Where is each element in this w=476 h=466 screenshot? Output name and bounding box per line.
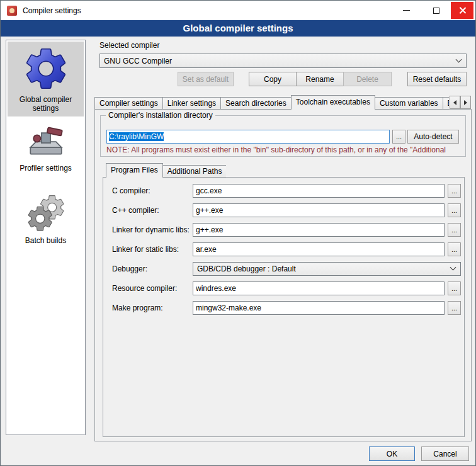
debugger-label: Debugger: bbox=[112, 262, 147, 276]
ok-button[interactable]: OK bbox=[369, 446, 415, 461]
tab-scroll-left-button[interactable] bbox=[450, 96, 460, 109]
auto-detect-button[interactable]: Auto-detect bbox=[407, 130, 459, 144]
window-controls bbox=[392, 1, 475, 20]
install-dir-input[interactable]: C:\raylib\MinGW bbox=[106, 130, 390, 144]
install-dir-browse-button[interactable]: ... bbox=[392, 130, 405, 144]
cpp-compiler-label: C++ compiler: bbox=[112, 203, 159, 217]
close-icon bbox=[458, 6, 467, 14]
compiler-settings-dialog: Compiler settings Global compiler settin… bbox=[0, 0, 476, 466]
installation-directory-group-title: Compiler's installation directory bbox=[106, 111, 215, 120]
dynamic-linker-label: Linker for dynamic libs: bbox=[112, 223, 190, 237]
minimize-button[interactable] bbox=[392, 1, 421, 20]
program-files-panel: C compiler: ... C++ compiler: ... Linker… bbox=[103, 177, 465, 437]
make-program-input[interactable] bbox=[193, 301, 445, 315]
dynamic-linker-input[interactable] bbox=[193, 223, 445, 237]
reset-defaults-button[interactable]: Reset defaults bbox=[407, 72, 467, 86]
sidebar-item-global-compiler-settings[interactable]: Global compiler settings bbox=[8, 42, 84, 116]
make-program-browse-button[interactable]: ... bbox=[448, 301, 461, 315]
scroll-left-icon bbox=[453, 100, 456, 105]
set-as-default-button: Set as default bbox=[178, 72, 234, 86]
scroll-right-icon bbox=[464, 100, 467, 105]
selected-compiler-label: Selected compiler bbox=[99, 41, 159, 50]
tab-build-options[interactable]: Buil bbox=[443, 97, 449, 110]
c-compiler-label: C compiler: bbox=[112, 184, 150, 198]
toolchain-executables-panel: Compiler's installation directory C:\ray… bbox=[94, 109, 472, 441]
installation-directory-groupbox: Compiler's installation directory C:\ray… bbox=[100, 115, 466, 157]
resource-compiler-input[interactable] bbox=[193, 281, 445, 295]
tab-toolchain-executables[interactable]: Toolchain executables bbox=[291, 95, 375, 110]
window-title: Compiler settings bbox=[23, 6, 81, 15]
blue-gear-icon bbox=[21, 44, 71, 93]
dynamic-linker-browse-button[interactable]: ... bbox=[448, 223, 461, 237]
static-linker-label: Linker for static libs: bbox=[112, 242, 179, 256]
field-row-dynamic-linker: Linker for dynamic libs: ... bbox=[103, 223, 464, 237]
make-program-label: Make program: bbox=[112, 301, 163, 315]
resource-compiler-label: Resource compiler: bbox=[112, 281, 177, 295]
field-row-debugger: Debugger: GDB/CDB debugger : Default bbox=[103, 262, 464, 276]
cpp-compiler-browse-button[interactable]: ... bbox=[448, 203, 461, 217]
static-linker-browse-button[interactable]: ... bbox=[448, 242, 461, 256]
subtab-additional-paths[interactable]: Additional Paths bbox=[162, 165, 227, 178]
chevron-down-icon bbox=[456, 56, 462, 62]
field-row-c-compiler: C compiler: ... bbox=[103, 184, 464, 198]
gray-gears-icon bbox=[24, 193, 68, 234]
titlebar: Compiler settings bbox=[1, 1, 475, 20]
compiler-select-value: GNU GCC Compiler bbox=[104, 57, 172, 65]
cpp-compiler-input[interactable] bbox=[193, 203, 445, 217]
tab-compiler-settings[interactable]: Compiler settings bbox=[94, 97, 163, 110]
tab-search-directories[interactable]: Search directories bbox=[220, 97, 292, 110]
settings-category-sidebar: Global compiler settings Profiler settin… bbox=[6, 40, 86, 435]
sidebar-item-label: Profiler settings bbox=[20, 164, 72, 173]
resource-compiler-browse-button[interactable]: ... bbox=[448, 281, 461, 295]
debugger-select[interactable]: GDB/CDB debugger : Default bbox=[193, 262, 461, 276]
rename-button[interactable]: Rename bbox=[296, 72, 344, 86]
sidebar-item-label: Batch builds bbox=[25, 236, 66, 245]
install-dir-value: C:\raylib\MinGW bbox=[109, 132, 164, 141]
sidebar-item-batch-builds[interactable]: Batch builds bbox=[8, 176, 84, 249]
field-row-static-linker: Linker for static libs: ... bbox=[103, 242, 464, 256]
program-files-tab-strip: Program Files Additional Paths bbox=[106, 163, 226, 178]
field-row-make-program: Make program: ... bbox=[103, 301, 464, 315]
settings-tab-strip: Compiler settings Linker settings Search… bbox=[94, 95, 449, 110]
chevron-down-icon bbox=[450, 264, 456, 271]
page-title: Global compiler settings bbox=[1, 20, 475, 37]
delete-button: Delete bbox=[343, 72, 392, 86]
maximize-icon bbox=[433, 8, 439, 14]
static-linker-input[interactable] bbox=[193, 242, 445, 256]
field-row-resource-compiler: Resource compiler: ... bbox=[103, 281, 464, 295]
tab-scroll-right-button[interactable] bbox=[460, 96, 471, 109]
tab-custom-variables[interactable]: Custom variables bbox=[375, 97, 443, 110]
c-compiler-input[interactable] bbox=[193, 184, 445, 198]
sidebar-item-label: Global compiler settings bbox=[9, 95, 82, 113]
profiler-tool-icon bbox=[26, 124, 66, 162]
cancel-button[interactable]: Cancel bbox=[421, 446, 469, 461]
field-row-cpp-compiler: C++ compiler: ... bbox=[103, 203, 464, 217]
compiler-select[interactable]: GNU GCC Compiler bbox=[99, 54, 467, 68]
sidebar-item-profiler-settings[interactable]: Profiler settings bbox=[8, 116, 84, 176]
copy-button[interactable]: Copy bbox=[249, 72, 297, 86]
app-icon bbox=[7, 6, 17, 16]
subtab-program-files[interactable]: Program Files bbox=[106, 163, 163, 178]
debugger-select-value: GDB/CDB debugger : Default bbox=[197, 264, 296, 273]
c-compiler-browse-button[interactable]: ... bbox=[448, 184, 461, 198]
install-dir-note: NOTE: All programs must exist either in … bbox=[106, 145, 463, 154]
maximize-button[interactable] bbox=[421, 1, 451, 20]
tab-linker-settings[interactable]: Linker settings bbox=[162, 97, 221, 110]
close-button[interactable] bbox=[451, 2, 473, 19]
minimize-icon bbox=[403, 10, 410, 11]
